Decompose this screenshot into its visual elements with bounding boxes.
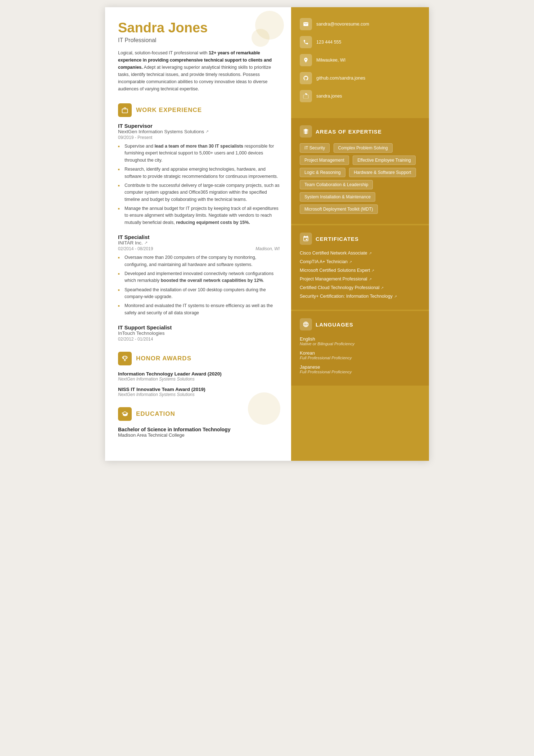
award-org: NextGen Information Systems Solutions xyxy=(118,377,280,382)
work-experience-section: WORK EXPERIENCE IT Supervisor NextGen In… xyxy=(118,103,280,342)
location-icon-box xyxy=(300,54,312,66)
job-title: IT Support Specialist xyxy=(118,324,280,330)
external-link-icon: ↗ xyxy=(144,240,148,245)
cert-item: Security+ Certification: Information Tec… xyxy=(300,294,420,299)
phone-icon-box xyxy=(300,36,312,48)
skill-tag: Team Collaboration & Leadership xyxy=(300,180,373,189)
portfolio-text: sandra.jones xyxy=(316,94,342,99)
job-title: IT Specialist xyxy=(118,234,280,240)
job-item: IT Specialist INITAR Inc. ↗ 02/2014 - 08… xyxy=(118,234,280,316)
work-experience-title-row: WORK EXPERIENCE xyxy=(118,103,280,117)
location-text: Milwaukee, WI xyxy=(316,58,345,63)
award-title: NISS IT Innovative Team Award (2019) xyxy=(118,387,280,392)
job-bullets: Supervise and lead a team of more than 3… xyxy=(118,143,280,226)
language-level: Full Professional Proficiency xyxy=(300,356,420,360)
job-company: INITAR Inc. ↗ xyxy=(118,240,280,246)
bullet-item: Monitored and evaluated the IT systems t… xyxy=(118,302,280,316)
education-icon-box xyxy=(118,407,132,421)
languages-section: LANGUAGES English Native or Bilingual Pr… xyxy=(291,311,429,386)
github-icon-box xyxy=(300,72,312,84)
certificate-icon xyxy=(303,235,309,242)
cert-item: Certified Cloud Technology Professional … xyxy=(300,285,420,290)
bullet-item: Research, identify and appraise emerging… xyxy=(118,166,280,180)
skill-tag: Hardware & Software Support xyxy=(349,168,416,177)
email-icon-box xyxy=(300,18,312,30)
bullet-item: Developed and implemented innovated conn… xyxy=(118,270,280,284)
award-title: Information Technology Leader Award (202… xyxy=(118,371,280,377)
edu-degree: Bachelor of Science in Information Techn… xyxy=(118,427,280,432)
resume-wrapper: Sandra Jones IT Professional Logical, so… xyxy=(105,7,429,461)
left-column: Sandra Jones IT Professional Logical, so… xyxy=(105,7,291,461)
language-level: Full Professional Proficiency xyxy=(300,370,420,374)
right-column: sandra@novoresume.com 123 444 555 Milwau… xyxy=(291,7,429,461)
contact-portfolio: sandra.jones xyxy=(300,90,420,102)
education-title: EDUCATION xyxy=(136,410,175,418)
external-link-icon: ↗ xyxy=(205,129,209,134)
job-item: IT Support Specialist InTouch Technologi… xyxy=(118,324,280,342)
email-text: sandra@novoresume.com xyxy=(316,22,369,27)
work-experience-icon-box xyxy=(118,103,132,117)
contact-email: sandra@novoresume.com xyxy=(300,18,420,30)
location-icon xyxy=(303,57,309,63)
job-bullets: Oversaw more than 200 computers of the c… xyxy=(118,254,280,316)
job-dates: 02/2012 - 01/2014 xyxy=(118,337,280,342)
job-company: InTouch Technologies xyxy=(118,330,280,336)
honor-awards-title: HONOR AWARDS xyxy=(136,355,191,362)
job-dates: 09/2019 - Present xyxy=(118,135,280,140)
job-item: IT Supervisor NextGen Information System… xyxy=(118,123,280,226)
languages-title: LANGUAGES xyxy=(316,321,353,328)
portfolio-icon xyxy=(303,93,309,99)
contact-location: Milwaukee, WI xyxy=(300,54,420,66)
cert-item: Project Management Professional ↗ xyxy=(300,276,420,282)
github-icon xyxy=(303,75,309,81)
language-name: Korean xyxy=(300,350,420,356)
honor-awards-section: HONOR AWARDS Information Technology Lead… xyxy=(118,352,280,397)
bullet-item: Spearheaded the installation of over 100… xyxy=(118,287,280,301)
certificates-icon-box xyxy=(300,233,312,245)
job-title: IT Supervisor xyxy=(118,123,280,129)
skill-tag: Project Management xyxy=(300,156,349,165)
bullet-item: Contribute to the successful delivery of… xyxy=(118,182,280,203)
phone-icon xyxy=(303,39,309,45)
cert-item: CompTIA A+ Technician ↗ xyxy=(300,259,420,264)
external-link-icon: ↗ xyxy=(371,269,374,273)
skill-tag: System Installation & Maintenance xyxy=(300,192,375,202)
github-text: github.com/sandra.jones xyxy=(316,76,365,81)
language-item: Korean Full Professional Proficiency xyxy=(300,350,420,360)
skill-tag: Effective Employee Training xyxy=(353,156,416,165)
expertise-title: AREAS OF EXPERTISE xyxy=(316,129,382,135)
expertise-section: AREAS OF EXPERTISE IT Security Complex P… xyxy=(291,118,429,224)
external-link-icon: ↗ xyxy=(381,286,384,290)
skill-tag: Complex Problem Solving xyxy=(334,143,393,153)
certificates-section: CERTIFICATES Cisco Certified Network Ass… xyxy=(291,225,429,310)
cert-item: Cisco Certified Network Associate ↗ xyxy=(300,251,420,256)
bullet-item: Oversaw more than 200 computers of the c… xyxy=(118,254,280,268)
honor-awards-title-row: HONOR AWARDS xyxy=(118,352,280,365)
expertise-title-row: AREAS OF EXPERTISE xyxy=(300,125,420,138)
external-link-icon: ↗ xyxy=(369,277,372,281)
job-location: Madison, WI xyxy=(255,246,280,251)
skill-tag: Logic & Reasoning xyxy=(300,168,345,177)
bullet-item: Supervise and lead a team of more than 3… xyxy=(118,143,280,164)
award-item: Information Technology Leader Award (202… xyxy=(118,371,280,382)
languages-icon-box xyxy=(300,318,312,330)
external-link-icon: ↗ xyxy=(349,260,352,264)
edu-school: Madison Area Technical College xyxy=(118,432,280,438)
expertise-icon-box xyxy=(300,125,312,138)
bullet-item: Manage the annual budget for IT projects… xyxy=(118,205,280,226)
language-item: English Native or Bilingual Proficiency xyxy=(300,336,420,346)
language-icon xyxy=(303,321,309,328)
certificates-title: CERTIFICATES xyxy=(316,236,359,242)
cert-item: Microsoft Certified Solutions Expert ↗ xyxy=(300,268,420,273)
portfolio-icon-box xyxy=(300,90,312,102)
candidate-summary: Logical, solution-focused IT professiona… xyxy=(118,49,280,93)
external-link-icon: ↗ xyxy=(369,251,372,255)
skill-tag: Microsoft Deployment Toolkit (MDT) xyxy=(300,204,378,214)
phone-text: 123 444 555 xyxy=(316,40,341,45)
honor-awards-icon-box xyxy=(118,352,132,365)
external-link-icon: ↗ xyxy=(394,294,397,298)
language-name: English xyxy=(300,336,420,342)
work-experience-title: WORK EXPERIENCE xyxy=(136,107,202,114)
job-company: NextGen Information Systems Solutions ↗ xyxy=(118,129,280,134)
languages-title-row: LANGUAGES xyxy=(300,318,420,330)
